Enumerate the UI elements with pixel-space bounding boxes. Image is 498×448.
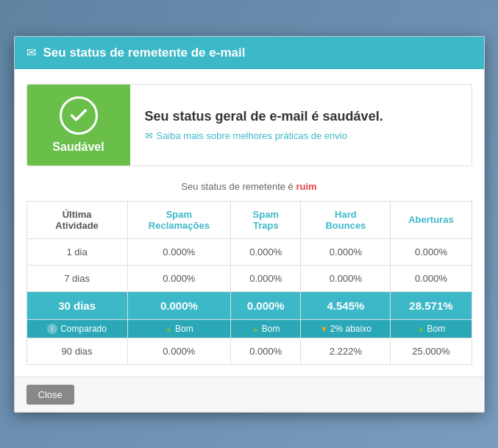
- status-badge-label: Saudável: [52, 141, 104, 154]
- status-badge: Saudável: [27, 85, 130, 166]
- arrow-down-icon: ▼: [320, 324, 328, 333]
- table-header-row: ÚltimaAtividade SpamReclamações SpamTrap…: [26, 201, 472, 238]
- col-header-spam-reclamacoes: SpamReclamações: [127, 201, 231, 238]
- arrow-up-icon: ▲: [252, 324, 260, 333]
- modal-title: Seu status de remetente de e-mail: [43, 46, 246, 60]
- table-row: 90 dias 0.000% 0.000% 2.222% 25.000%: [26, 338, 472, 364]
- spam-reclamacoes-cell: 0.000%: [127, 291, 231, 319]
- compare-label-cell: i Comparado: [26, 319, 127, 338]
- check-icon: [68, 105, 89, 126]
- arrow-up-icon: ▲: [417, 324, 425, 333]
- status-main-text: Seu status geral de e-mail é saudável.: [145, 109, 383, 124]
- compare-good-aberturas: ▲ Bom: [396, 324, 465, 334]
- compare-spam-reclamacoes: ▲ Bom: [127, 319, 231, 338]
- compare-aberturas: ▲ Bom: [391, 319, 472, 338]
- aberturas-cell: 0.000%: [391, 238, 472, 265]
- compare-hard-bounces: ▼ 2% abaixo: [301, 319, 391, 338]
- table-row-compare: i Comparado ▲ Bom ▲ Bom: [26, 319, 472, 338]
- compare-warn-bounces: ▼ 2% abaixo: [307, 324, 384, 334]
- email-icon: ✉: [26, 46, 36, 60]
- col-header-atividade: ÚltimaAtividade: [26, 201, 127, 238]
- spam-traps-cell: 0.000%: [231, 291, 301, 319]
- compare-aberturas-label: Bom: [427, 324, 446, 334]
- status-section: Saudável Seu status geral de e-mail é sa…: [26, 84, 472, 166]
- spam-traps-cell: 0.000%: [231, 238, 301, 265]
- info-icon: ✉: [145, 130, 153, 141]
- hard-bounces-cell: 4.545%: [301, 291, 391, 319]
- table-row: 7 dias 0.000% 0.000% 0.000% 0.000%: [26, 265, 472, 291]
- compare-good-traps: ▲ Bom: [237, 324, 294, 334]
- info-circle-icon: i: [47, 324, 57, 334]
- hard-bounces-cell: 0.000%: [301, 238, 391, 265]
- period-cell: 90 dias: [26, 338, 127, 364]
- compare-good-spam: ▲ Bom: [134, 324, 225, 334]
- spam-reclamacoes-cell: 0.000%: [127, 238, 231, 265]
- col-header-spam-traps: SpamTraps: [231, 201, 301, 238]
- email-sender-status-modal: ✉ Seu status de remetente de e-mail Saud…: [14, 36, 485, 413]
- checkmark-circle: [60, 96, 98, 135]
- spam-traps-cell: 0.000%: [231, 338, 301, 364]
- compare-text: Comparado: [60, 324, 107, 334]
- modal-header: ✉ Seu status de remetente de e-mail: [15, 37, 484, 69]
- spam-traps-cell: 0.000%: [231, 265, 301, 291]
- compare-spam-label: Bom: [175, 324, 193, 334]
- spam-reclamacoes-cell: 0.000%: [127, 338, 231, 364]
- stats-table: ÚltimaAtividade SpamReclamações SpamTrap…: [26, 201, 472, 365]
- modal-body: Saudável Seu status geral de e-mail é sa…: [15, 69, 484, 377]
- close-button[interactable]: Close: [26, 385, 74, 405]
- modal-footer: Close: [15, 377, 484, 412]
- compare-label: i Comparado: [33, 324, 121, 334]
- col-header-aberturas: Aberturas: [391, 201, 472, 238]
- compare-traps-label: Bom: [262, 324, 280, 334]
- compare-bounces-label: 2% abaixo: [330, 324, 371, 334]
- spam-reclamacoes-cell: 0.000%: [127, 265, 231, 291]
- compare-spam-traps: ▲ Bom: [231, 319, 301, 338]
- period-cell: 1 dia: [26, 238, 127, 265]
- status-link-row: ✉ Saiba mais sobre melhores práticas de …: [145, 130, 383, 141]
- aberturas-cell: 0.000%: [391, 265, 472, 291]
- ruim-word: ruim: [296, 181, 316, 192]
- best-practices-link[interactable]: Saiba mais sobre melhores práticas de en…: [157, 130, 347, 141]
- period-cell: 7 dias: [26, 265, 127, 291]
- hard-bounces-cell: 0.000%: [301, 265, 391, 291]
- arrow-up-icon: ▲: [165, 324, 173, 333]
- col-header-hard-bounces: HardBounces: [301, 201, 391, 238]
- aberturas-cell: 28.571%: [391, 291, 472, 319]
- hard-bounces-cell: 2.222%: [301, 338, 391, 364]
- status-text-area: Seu status geral de e-mail é saudável. ✉…: [130, 97, 398, 153]
- period-cell: 30 dias: [26, 291, 127, 319]
- ruim-notice: Seu status de remetente é ruim: [26, 181, 472, 192]
- table-row-highlighted: 30 dias 0.000% 0.000% 4.545% 28.571%: [26, 291, 472, 319]
- aberturas-cell: 25.000%: [391, 338, 472, 364]
- table-row: 1 dia 0.000% 0.000% 0.000% 0.000%: [26, 238, 472, 265]
